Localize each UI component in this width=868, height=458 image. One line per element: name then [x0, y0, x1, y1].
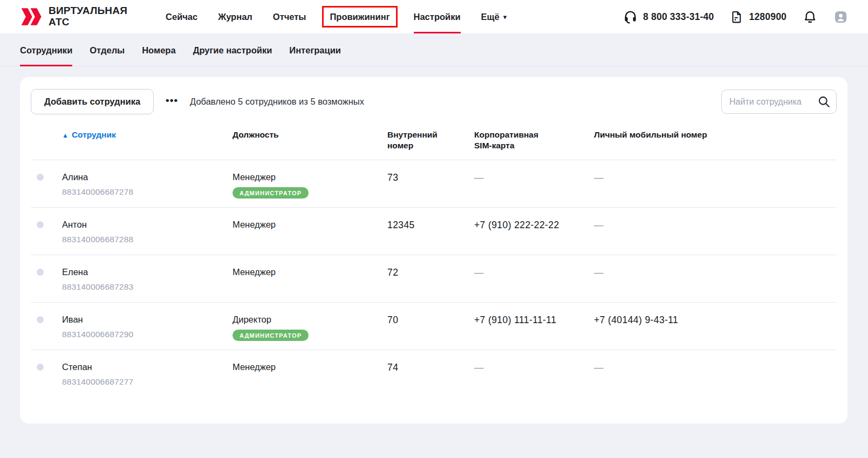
column-position: Должность [226, 129, 381, 140]
employee-role: Директор [233, 315, 381, 325]
corporate-sim-cell: +7 (910) 111-11-11 [468, 315, 587, 341]
corporate-sim-number: +7 (910) 111-11-11 [474, 315, 556, 325]
personal-mobile-cell: — [587, 220, 837, 246]
table-row[interactable]: Антон 883140006687288 Менеджер 12345 +7 … [31, 208, 837, 255]
nav-item-more[interactable]: Ещё ▾ [471, 0, 517, 33]
tab-integrations[interactable]: Интеграции [289, 33, 341, 66]
profile-button[interactable] [833, 10, 848, 24]
corporate-sim-cell: — [468, 362, 587, 389]
more-actions-button[interactable]: ••• [166, 95, 178, 108]
employee-name: Алина [62, 172, 226, 182]
position-cell: Менеджер [226, 362, 381, 389]
header-right-cluster: 8 800 333-31-40 1280900 [623, 10, 848, 24]
extension-number: 73 [387, 172, 398, 183]
chevron-down-icon: ▾ [503, 13, 507, 21]
extension-number: 70 [387, 315, 398, 325]
employees-toolbar: Добавить сотрудника ••• Добавлено 5 сотр… [31, 88, 837, 122]
personal-mobile-number: +7 (40144) 9-43-11 [594, 315, 678, 325]
employee-table-body: Алина 883140006687278 Менеджер АДМИНИСТР… [31, 160, 837, 398]
tab-employees[interactable]: Сотрудники [20, 33, 72, 66]
table-row[interactable]: Елена 883140006687283 Менеджер 72 — — [31, 255, 837, 303]
column-corporate-sim: Корпоративная SIM-карта [468, 129, 554, 151]
table-row[interactable]: Алина 883140006687278 Менеджер АДМИНИСТР… [31, 160, 837, 208]
employee-role: Менеджер [233, 220, 381, 230]
personal-mobile-number: — [594, 267, 604, 278]
nav-item-now[interactable]: Сейчас [155, 0, 208, 33]
settings-tabs: Сотрудники Отделы Номера Другие настройк… [0, 33, 868, 66]
status-dot-icon [37, 364, 44, 371]
status-dot-icon [37, 174, 44, 181]
employee-cell: Иван 883140006687290 [56, 315, 226, 341]
employee-cell: Степан 883140006687277 [56, 362, 226, 389]
position-cell: Директор АДМИНИСТРАТОР [226, 315, 381, 341]
corporate-sim-cell: +7 (910) 222-22-22 [468, 220, 587, 246]
nav-item-reports[interactable]: Отчеты [263, 0, 317, 33]
tab-other-settings[interactable]: Другие настройки [193, 33, 272, 66]
status-dot-icon [37, 221, 44, 228]
user-avatar-icon [833, 10, 848, 24]
admin-badge: АДМИНИСТРАТОР [233, 330, 309, 341]
employee-role: Менеджер [233, 172, 381, 182]
employee-id: 883140006687288 [62, 235, 226, 244]
table-row[interactable]: Иван 883140006687290 Директор АДМИНИСТРА… [31, 303, 837, 350]
nav-item-journal[interactable]: Журнал [208, 0, 263, 33]
tab-departments[interactable]: Отделы [90, 33, 125, 66]
corporate-sim-number: — [474, 362, 484, 373]
employee-cell: Алина 883140006687278 [56, 172, 226, 199]
employee-search [721, 90, 837, 114]
account-number-block[interactable]: 1280900 [730, 10, 787, 24]
employees-card: Добавить сотрудника ••• Добавлено 5 сотр… [20, 77, 848, 423]
column-employee[interactable]: ▲Сотрудник [56, 129, 226, 140]
extension-cell: 12345 [381, 220, 468, 246]
personal-mobile-cell: — [587, 362, 837, 389]
corporate-sim-cell: — [468, 172, 587, 199]
nav-item-provisioning[interactable]: Провижининг [316, 0, 403, 33]
personal-mobile-number: — [594, 220, 604, 230]
notifications-button[interactable] [803, 10, 817, 24]
employee-cell: Антон 883140006687288 [56, 220, 226, 246]
corporate-sim-number: +7 (910) 222-22-22 [474, 220, 559, 230]
employee-name: Иван [62, 315, 226, 325]
status-dot-icon [37, 316, 44, 323]
headset-icon [623, 10, 638, 24]
employee-name: Антон [62, 220, 226, 230]
status-cell [31, 267, 56, 293]
employees-count-summary: Добавлено 5 сотрудников из 5 возможных [190, 97, 364, 107]
corporate-sim-number: — [474, 172, 484, 183]
support-phone[interactable]: 8 800 333-31-40 [623, 10, 714, 24]
personal-mobile-cell: +7 (40144) 9-43-11 [587, 315, 837, 341]
employee-table-header: ▲Сотрудник Должность Внутренний номер Ко… [31, 122, 837, 160]
employee-name: Елена [62, 267, 226, 277]
status-cell [31, 220, 56, 246]
extension-cell: 72 [381, 267, 468, 293]
search-icon[interactable] [817, 95, 831, 111]
extension-number: 12345 [387, 220, 415, 230]
position-cell: Менеджер АДМИНИСТРАТОР [226, 172, 381, 199]
support-phone-number: 8 800 333-31-40 [643, 11, 714, 23]
document-icon [730, 10, 743, 24]
extension-cell: 70 [381, 315, 468, 341]
employee-id: 883140006687283 [62, 282, 226, 292]
employee-id: 883140006687277 [62, 377, 226, 387]
table-row[interactable]: Степан 883140006687277 Менеджер 74 — — [31, 350, 837, 398]
app-logo[interactable]: ВИРТУАЛЬНАЯ АТС [20, 5, 127, 28]
employee-id: 883140006687278 [62, 187, 226, 197]
employee-cell: Елена 883140006687283 [56, 267, 226, 293]
personal-mobile-cell: — [587, 172, 837, 199]
column-extension: Внутренний номер [381, 129, 445, 151]
extension-number: 72 [387, 267, 398, 278]
nav-item-settings[interactable]: Настройки [404, 0, 471, 33]
add-employee-button[interactable]: Добавить сотрудника [31, 89, 154, 114]
employee-role: Менеджер [233, 362, 381, 372]
personal-mobile-number: — [594, 172, 604, 183]
sort-asc-icon: ▲ [62, 132, 69, 139]
extension-number: 74 [387, 362, 398, 373]
employee-name: Степан [62, 362, 226, 372]
status-cell [31, 172, 56, 199]
corporate-sim-number: — [474, 267, 484, 278]
tab-numbers[interactable]: Номера [142, 33, 175, 66]
position-cell: Менеджер [226, 267, 381, 293]
admin-badge: АДМИНИСТРАТОР [233, 187, 309, 199]
column-personal-mobile: Личный мобильный номер [587, 129, 837, 140]
extension-cell: 73 [381, 172, 468, 199]
